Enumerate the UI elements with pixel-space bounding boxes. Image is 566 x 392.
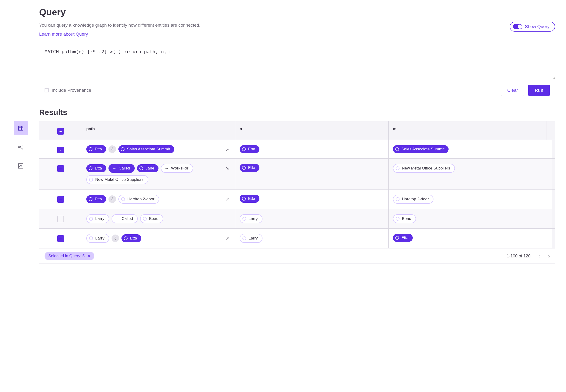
results-panel: – path n m ✓Etta3Sales Associate Summit⤢… xyxy=(39,121,555,264)
node-pill[interactable]: Hardtop 2-door xyxy=(118,195,159,204)
node-label: Etta xyxy=(130,236,137,241)
close-icon[interactable]: ✕ xyxy=(87,254,91,258)
include-provenance-check[interactable]: Include Provenance xyxy=(44,88,91,93)
table-icon xyxy=(18,125,24,131)
circle-icon xyxy=(242,166,246,170)
run-button[interactable]: Run xyxy=(528,85,550,96)
graph-icon xyxy=(18,144,24,150)
relationship-label: Called xyxy=(119,166,130,171)
arrow-right-icon: → xyxy=(115,216,119,221)
node-label: Etta xyxy=(95,166,102,171)
node-pill[interactable]: Etta xyxy=(240,164,259,172)
circle-icon xyxy=(124,237,127,240)
column-path[interactable]: path xyxy=(82,121,235,140)
node-pill[interactable]: Larry xyxy=(240,214,262,223)
circle-icon xyxy=(242,197,246,201)
node-pill[interactable]: Larry xyxy=(240,234,262,243)
relationship-label: Called xyxy=(122,216,133,221)
node-label: Larry xyxy=(249,216,258,221)
results-title: Results xyxy=(39,108,555,117)
node-pill[interactable]: Hardtop 2-door xyxy=(393,195,433,204)
arrow-right-icon: → xyxy=(112,166,116,171)
column-n[interactable]: n xyxy=(235,121,388,140)
query-input[interactable]: MATCH path=(n)-[r*..2]->(m) return path,… xyxy=(39,44,555,79)
circle-icon xyxy=(396,197,399,201)
circle-icon xyxy=(121,147,125,151)
circle-icon xyxy=(89,167,92,170)
node-label: New Metal Office Suppliers xyxy=(95,177,144,182)
chart-view-tab[interactable] xyxy=(14,159,28,173)
expand-button[interactable]: ⤢ xyxy=(224,196,231,203)
collapse-button[interactable]: ⤡ xyxy=(224,165,231,172)
node-pill[interactable]: Etta xyxy=(86,164,106,172)
node-pill[interactable]: Beau xyxy=(393,214,416,223)
table-row: –Etta3Hardtop 2-door⤢EttaHardtop 2-door xyxy=(39,190,555,209)
pager-prev[interactable]: ‹ xyxy=(539,253,540,259)
show-query-label: Show Query xyxy=(525,24,550,29)
row-select-checkbox[interactable]: – xyxy=(57,235,64,242)
node-label: Etta xyxy=(248,196,255,201)
node-pill[interactable]: Sales Associate Summit xyxy=(393,145,449,153)
row-select-checkbox[interactable]: – xyxy=(57,165,64,172)
count-chip[interactable]: 3 xyxy=(112,235,119,242)
relationship-pill[interactable]: →Called xyxy=(112,214,138,223)
svg-line-8 xyxy=(20,146,22,147)
circle-icon xyxy=(89,197,92,201)
node-pill[interactable]: Jane xyxy=(137,164,158,172)
relationship-label: WorksFor xyxy=(171,166,188,171)
selection-chip[interactable]: Selected in Query: 5 ✕ xyxy=(44,252,94,260)
node-pill[interactable]: Sales Associate Summit xyxy=(118,145,174,153)
node-pill[interactable]: Larry xyxy=(86,234,109,243)
circle-icon xyxy=(242,217,246,221)
results-header-row: – path n m xyxy=(39,121,555,140)
expand-button[interactable]: ⤢ xyxy=(224,146,231,153)
node-pill[interactable]: New Metal Office Suppliers xyxy=(86,175,148,184)
show-query-toggle[interactable]: Show Query xyxy=(510,22,555,32)
relationship-pill[interactable]: →Called xyxy=(109,164,135,173)
include-provenance-label: Include Provenance xyxy=(52,88,91,93)
node-label: New Metal Office Suppliers xyxy=(402,166,450,171)
learn-more-link[interactable]: Learn more about Query xyxy=(39,32,88,37)
circle-icon xyxy=(242,147,246,151)
circle-icon xyxy=(89,147,92,151)
pager: 1-100 of 120 ‹ › xyxy=(507,253,550,259)
clear-button[interactable]: Clear xyxy=(501,85,524,96)
node-label: Larry xyxy=(95,216,104,221)
node-pill[interactable]: Etta xyxy=(86,195,106,203)
relationship-pill[interactable]: →WorksFor xyxy=(161,164,193,173)
svg-line-9 xyxy=(20,147,22,148)
count-chip[interactable]: 3 xyxy=(109,196,116,203)
node-pill[interactable]: Etta xyxy=(121,234,141,242)
circle-icon xyxy=(89,178,93,182)
node-label: Hardtop 2-door xyxy=(402,197,429,202)
node-pill[interactable]: Beau xyxy=(140,214,163,223)
circle-icon xyxy=(89,237,93,240)
expand-button[interactable]: ⤢ xyxy=(224,235,231,242)
node-pill[interactable]: Etta xyxy=(393,234,413,242)
node-label: Etta xyxy=(95,147,102,152)
row-select-checkbox[interactable]: ✓ xyxy=(57,147,64,153)
table-view-tab[interactable] xyxy=(14,121,28,135)
count-chip[interactable]: 3 xyxy=(109,145,116,153)
select-all-checkbox[interactable]: – xyxy=(57,128,64,135)
circle-icon xyxy=(396,217,399,221)
graph-view-tab[interactable] xyxy=(14,140,28,154)
checkbox-icon xyxy=(44,88,49,92)
node-pill[interactable]: Etta xyxy=(86,145,106,153)
node-pill[interactable]: Etta xyxy=(240,195,259,203)
node-label: Etta xyxy=(248,166,255,170)
row-select-checkbox[interactable]: – xyxy=(57,196,64,203)
selection-chip-label: Selected in Query: 5 xyxy=(48,254,85,258)
svg-point-7 xyxy=(22,148,23,149)
node-label: Jane xyxy=(145,166,154,171)
node-label: Beau xyxy=(149,216,158,221)
circle-icon xyxy=(395,236,399,240)
node-pill[interactable]: Larry xyxy=(86,214,109,223)
table-row: ✓Etta3Sales Associate Summit⤢EttaSales A… xyxy=(39,140,555,159)
node-pill[interactable]: New Metal Office Suppliers xyxy=(393,164,455,173)
pager-next[interactable]: › xyxy=(548,253,550,259)
column-m[interactable]: m xyxy=(388,121,546,140)
node-label: Etta xyxy=(401,236,409,240)
node-pill[interactable]: Etta xyxy=(240,145,259,153)
row-select-checkbox[interactable] xyxy=(57,216,64,222)
